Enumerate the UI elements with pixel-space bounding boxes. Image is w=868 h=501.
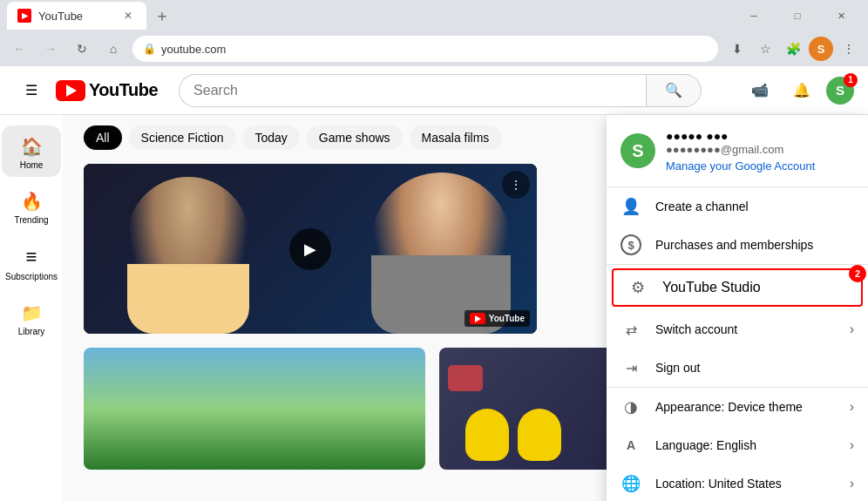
appearance-label: Appearance: Device theme	[655, 400, 836, 414]
create-channel-item[interactable]: 👤 Create a channel	[607, 187, 868, 226]
dropdown-section-1: 👤 Create a channel $ Purchases and membe…	[607, 187, 868, 265]
bookmark-icon[interactable]: ☆	[753, 37, 777, 61]
new-tab-button[interactable]: ＋	[150, 3, 174, 28]
refresh-button[interactable]: ↻	[70, 37, 94, 61]
upload-icon: 📹	[751, 82, 769, 98]
profile-icon[interactable]: S	[809, 37, 833, 61]
main-video-card[interactable]: ▶ YouTube ⋮	[84, 164, 537, 334]
appearance-icon: ◑	[620, 396, 641, 417]
youtube-logo-icon	[56, 80, 85, 101]
chip-today[interactable]: Today	[243, 125, 300, 150]
youtube-studio-label: YouTube Studio	[662, 280, 847, 295]
address-bar[interactable]: 🔒 youtube.com	[132, 36, 718, 62]
search-input[interactable]	[179, 74, 646, 107]
youtube-logo-text: YouTube	[89, 80, 158, 100]
dropdown-email: ●●●●●●●●@gmail.com	[666, 143, 854, 156]
avatar-container: S 1	[826, 77, 854, 105]
location-arrow: ›	[850, 476, 854, 491]
language-icon: A	[620, 435, 641, 456]
chip-masala-films[interactable]: Masala films	[410, 125, 502, 150]
chip-all[interactable]: All	[84, 125, 122, 150]
url-text: youtube.com	[161, 43, 708, 56]
dropdown-header: S ●●●●● ●●● ●●●●●●●●@gmail.com Manage yo…	[607, 115, 868, 187]
main-video-thumbnail: ▶ YouTube ⋮	[84, 164, 537, 334]
youtube-logo[interactable]: YouTube	[56, 80, 158, 101]
youtube-studio-item[interactable]: ⚙ YouTube Studio 2	[612, 268, 863, 307]
more-options-icon[interactable]: ⋮	[837, 37, 861, 61]
lock-icon: 🔒	[143, 43, 156, 55]
bottom-video-1[interactable]	[84, 348, 425, 470]
sidebar-item-trending[interactable]: 🔥 Trending	[2, 180, 61, 232]
bottom-thumb-1	[84, 348, 425, 470]
chip-game-shows[interactable]: Game shows	[307, 125, 403, 150]
create-channel-label: Create a channel	[655, 200, 854, 213]
switch-account-arrow: ›	[850, 322, 854, 337]
bell-icon: 🔔	[793, 82, 810, 98]
window-controls: ─ □ ✕	[734, 2, 861, 30]
search-button[interactable]: 🔍	[646, 74, 702, 107]
language-item[interactable]: A Language: English ›	[607, 426, 868, 464]
play-button[interactable]: ▶	[289, 228, 331, 270]
library-icon: 📁	[21, 302, 43, 323]
avatar-letter: S	[836, 83, 844, 98]
chip-science-fiction[interactable]: Science Fiction	[129, 125, 236, 150]
download-icon[interactable]: ⬇	[725, 37, 749, 61]
subscriptions-icon: ≡	[26, 246, 37, 268]
watermark-icon	[470, 313, 485, 324]
tab-title: YouTube	[38, 10, 113, 23]
watermark-text: YouTube	[489, 314, 525, 323]
maximize-button[interactable]: □	[777, 2, 817, 30]
browser-actions: ⬇ ☆ 🧩 S ⋮	[725, 37, 861, 61]
hamburger-icon: ☰	[25, 82, 37, 98]
youtube-sidebar: 🏠 Home 🔥 Trending ≡ Subscriptions 📁 Libr…	[0, 115, 63, 501]
location-label: Location: United States	[655, 477, 836, 491]
sidebar-home-label: Home	[20, 160, 44, 170]
purchases-label: Purchases and memberships	[655, 238, 854, 252]
search-icon: 🔍	[665, 82, 682, 98]
search-bar: 🔍	[179, 74, 702, 107]
sidebar-item-library[interactable]: 📁 Library	[2, 292, 61, 343]
switch-account-icon: ⇄	[620, 319, 641, 340]
trending-icon: 🔥	[21, 191, 43, 212]
switch-account-label: Switch account	[655, 322, 836, 336]
sign-out-item[interactable]: ⇥ Sign out	[607, 349, 868, 387]
tab-close-button[interactable]: ✕	[120, 8, 136, 24]
minimize-button[interactable]: ─	[734, 2, 774, 30]
active-tab[interactable]: ▶ YouTube ✕	[7, 2, 146, 30]
appearance-arrow: ›	[850, 399, 854, 415]
sidebar-trending-label: Trending	[14, 215, 48, 225]
youtube-header: ☰ YouTube 🔍 📹 🔔 S 1	[0, 66, 868, 115]
language-arrow: ›	[850, 437, 854, 453]
sidebar-item-subscriptions[interactable]: ≡ Subscriptions	[2, 235, 61, 288]
youtube-watermark: YouTube	[465, 310, 530, 327]
forward-button[interactable]: →	[38, 37, 63, 61]
browser-tabs: ▶ YouTube ✕ ＋	[7, 2, 174, 30]
switch-account-item[interactable]: ⇄ Switch account ›	[607, 310, 868, 349]
appearance-item[interactable]: ◑ Appearance: Device theme ›	[607, 388, 868, 426]
video-upload-button[interactable]: 📹	[743, 73, 777, 108]
sidebar-subscriptions-label: Subscriptions	[5, 272, 58, 281]
purchases-icon: $	[620, 234, 641, 255]
tab-favicon: ▶	[17, 9, 31, 23]
step-2-badge: 2	[849, 265, 866, 282]
video-thumbnail-image: ▶	[84, 164, 537, 334]
purchases-item[interactable]: $ Purchases and memberships	[607, 226, 868, 264]
location-icon: 🌐	[620, 473, 641, 494]
sidebar-library-label: Library	[18, 327, 45, 336]
dropdown-username: ●●●●● ●●●	[666, 129, 854, 143]
sign-out-icon: ⇥	[620, 357, 641, 378]
browser-address-bar: ← → ↻ ⌂ 🔒 youtube.com ⬇ ☆ 🧩 S ⋮	[0, 31, 868, 66]
sidebar-item-home[interactable]: 🏠 Home	[2, 125, 61, 177]
location-item[interactable]: 🌐 Location: United States ›	[607, 464, 868, 501]
browser-title-bar: ▶ YouTube ✕ ＋ ─ □ ✕	[0, 0, 868, 31]
video-more-options-button[interactable]: ⋮	[502, 171, 530, 199]
close-button[interactable]: ✕	[821, 2, 861, 30]
home-button[interactable]: ⌂	[101, 37, 125, 61]
youtube-body: 🏠 Home 🔥 Trending ≡ Subscriptions 📁 Libr…	[0, 115, 868, 501]
extensions-icon[interactable]: 🧩	[781, 37, 805, 61]
dropdown-section-settings: ◑ Appearance: Device theme › A Language:…	[607, 388, 868, 501]
manage-account-link[interactable]: Manage your Google Account	[666, 159, 854, 173]
notifications-button[interactable]: 🔔	[784, 73, 819, 108]
hamburger-menu-button[interactable]: ☰	[14, 73, 49, 108]
back-button[interactable]: ←	[7, 37, 31, 61]
